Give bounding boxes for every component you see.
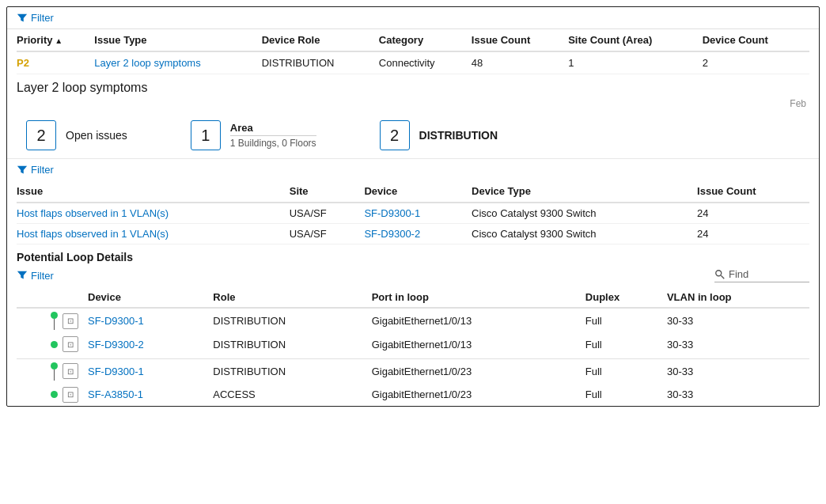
open-issues-label: Open issues xyxy=(66,129,127,142)
issue-type-link[interactable]: Layer 2 loop symptoms xyxy=(94,57,200,69)
issues-header-row: Issue Site Device Device Type Issue Coun… xyxy=(17,180,809,203)
col-device: Device xyxy=(364,180,472,203)
area-details: Area 1 Buildings, 0 Floors xyxy=(230,122,316,149)
top-table-header-row: Priority Issue Type Device Role Category… xyxy=(17,29,809,51)
device-cell[interactable]: SF-D9300-2 xyxy=(364,224,472,244)
dot-cell: ⊡ xyxy=(17,358,88,384)
dot-cell: ⊡ xyxy=(17,384,88,406)
distribution-value: 2 xyxy=(390,127,399,145)
loop-filter-label: Filter xyxy=(31,270,54,282)
list-item: ⊡ SF-A3850-1 ACCESS GigabitEthernet1/0/2… xyxy=(17,384,809,406)
issue-cell[interactable]: Host flaps observed in 1 VLAN(s) xyxy=(17,224,290,244)
filter-label: Filter xyxy=(31,12,54,24)
svg-point-0 xyxy=(716,270,722,275)
col-issue-count-2: Issue Count xyxy=(697,180,809,203)
col-issue-count: Issue Count xyxy=(472,29,568,51)
loop-device-cell[interactable]: SF-D9300-1 xyxy=(88,358,213,384)
col-port-in-loop: Port in loop xyxy=(372,287,585,308)
loop-vlan-cell: 30-33 xyxy=(667,308,809,333)
loop-vlan-cell: 30-33 xyxy=(667,333,809,355)
loop-device-link[interactable]: SF-A3850-1 xyxy=(88,388,143,400)
issues-section: Filter Issue Site Device Device Type Iss… xyxy=(7,159,819,244)
col-vlan-in-loop: VLAN in loop xyxy=(667,287,809,308)
top-filter-bar: Filter xyxy=(7,7,819,29)
loop-role-cell: DISTRIBUTION xyxy=(213,308,371,333)
device-type-cell: Cisco Catalyst 9300 Switch xyxy=(472,203,697,224)
category-cell: Connectivity xyxy=(379,51,472,74)
issue-link[interactable]: Host flaps observed in 1 VLAN(s) xyxy=(17,207,169,219)
filter-icon-2 xyxy=(17,165,28,176)
loop-device-link[interactable]: SF-D9300-1 xyxy=(88,366,144,377)
loop-device-link[interactable]: SF-D9300-1 xyxy=(88,315,144,327)
list-item: ⊡ SF-D9300-2 DISTRIBUTION GigabitEtherne… xyxy=(17,333,809,355)
loop-filter-button[interactable]: Filter xyxy=(17,270,54,282)
table-row: Host flaps observed in 1 VLAN(s) USA/SF … xyxy=(17,203,809,224)
loop-port-cell: GigabitEthernet1/0/23 xyxy=(372,384,585,406)
col-loop-role: Role xyxy=(213,287,371,308)
status-dot xyxy=(51,312,58,319)
area-stat: 1 Area 1 Buildings, 0 Floors xyxy=(191,120,316,150)
loop-device-link[interactable]: SF-D9300-2 xyxy=(88,339,144,351)
device-link[interactable]: SF-D9300-1 xyxy=(364,207,420,219)
list-item: ⊡ SF-D9300-1 DISTRIBUTION GigabitEtherne… xyxy=(17,308,809,333)
section-title: Layer 2 loop symptoms xyxy=(7,74,819,98)
loop-role-cell: ACCESS xyxy=(213,384,371,406)
device-link[interactable]: SF-D9300-2 xyxy=(364,228,420,240)
connector-line xyxy=(54,319,55,330)
col-priority[interactable]: Priority xyxy=(17,29,94,51)
col-loop-device: Device xyxy=(88,287,213,308)
table-row: Host flaps observed in 1 VLAN(s) USA/SF … xyxy=(17,224,809,244)
col-indicator xyxy=(17,287,88,308)
loop-duplex-cell: Full xyxy=(585,384,667,406)
distribution-label: DISTRIBUTION xyxy=(419,129,498,142)
loop-device-cell[interactable]: SF-A3850-1 xyxy=(88,384,213,406)
device-cell[interactable]: SF-D9300-1 xyxy=(364,203,472,224)
find-icon xyxy=(714,269,726,280)
distribution-stat: 2 DISTRIBUTION xyxy=(380,120,498,150)
loop-section: Potential Loop Details Filter Find xyxy=(7,244,819,406)
device-icon: ⊡ xyxy=(63,336,78,352)
issues-filter-label: Filter xyxy=(31,164,54,176)
col-device-type: Device Type xyxy=(472,180,697,203)
stats-row: 2 Open issues 1 Area 1 Buildings, 0 Floo… xyxy=(7,112,819,159)
device-icon: ⊡ xyxy=(63,363,78,379)
device-icon: ⊡ xyxy=(63,387,78,403)
issues-table: Issue Site Device Device Type Issue Coun… xyxy=(17,180,809,244)
status-dot xyxy=(51,341,58,348)
open-issues-box: 2 xyxy=(26,120,56,150)
find-box: Find xyxy=(714,268,809,282)
site-count-cell: 1 xyxy=(568,51,703,74)
loop-vlan-cell: 30-33 xyxy=(667,384,809,406)
loop-port-cell: GigabitEthernet1/0/13 xyxy=(372,333,585,355)
area-value: 1 xyxy=(201,127,210,145)
loop-role-cell: DISTRIBUTION xyxy=(213,358,371,384)
loop-table: Device Role Port in loop Duplex VLAN in … xyxy=(17,287,809,406)
loop-device-cell[interactable]: SF-D9300-1 xyxy=(88,308,213,333)
connector-line xyxy=(54,369,55,381)
col-category: Category xyxy=(379,29,472,51)
issues-filter-bar: Filter xyxy=(17,159,809,180)
area-title: Area xyxy=(230,122,316,136)
loop-duplex-cell: Full xyxy=(585,358,667,384)
col-duplex: Duplex xyxy=(585,287,667,308)
issue-link[interactable]: Host flaps observed in 1 VLAN(s) xyxy=(17,228,169,240)
loop-title: Potential Loop Details xyxy=(17,251,809,263)
device-type-cell: Cisco Catalyst 9300 Switch xyxy=(472,224,697,244)
issue-count-cell: 48 xyxy=(472,51,568,74)
dot-cell: ⊡ xyxy=(17,308,88,333)
count-cell: 24 xyxy=(697,203,809,224)
table-row: P2 Layer 2 loop symptoms DISTRIBUTION Co… xyxy=(17,51,809,74)
count-cell: 24 xyxy=(697,224,809,244)
filter-icon xyxy=(17,13,28,24)
issue-cell[interactable]: Host flaps observed in 1 VLAN(s) xyxy=(17,203,290,224)
loop-device-cell[interactable]: SF-D9300-2 xyxy=(88,333,213,355)
top-filter-button[interactable]: Filter xyxy=(17,12,54,24)
svg-line-1 xyxy=(721,275,724,279)
issues-filter-button[interactable]: Filter xyxy=(17,164,54,176)
loop-port-cell: GigabitEthernet1/0/23 xyxy=(372,358,585,384)
area-sublabel: 1 Buildings, 0 Floors xyxy=(230,138,316,149)
col-issue-type: Issue Type xyxy=(94,29,261,51)
top-table-wrap: Priority Issue Type Device Role Category… xyxy=(7,29,819,74)
col-device-role: Device Role xyxy=(262,29,379,51)
device-count-cell: 2 xyxy=(703,51,809,74)
